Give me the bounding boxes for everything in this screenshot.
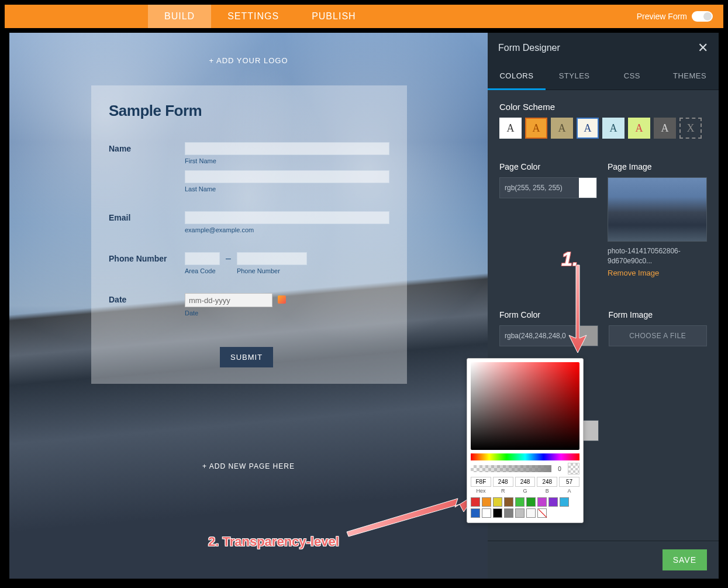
color-picker: 0 Hex R G B A [467,358,584,523]
palette-chip[interactable] [471,497,480,507]
scheme-swatch-2[interactable]: A [525,118,547,139]
preview-form: Preview Form [637,11,713,22]
scheme-swatches: A A A A A A A X [499,118,707,139]
page-color-input[interactable] [499,177,597,198]
input-last-name[interactable] [185,170,389,183]
sub-last-name: Last Name [185,185,389,192]
palette-chip[interactable] [471,508,480,518]
tab-css[interactable]: CSS [603,63,661,90]
scheme-swatch-6[interactable]: A [628,118,650,139]
label-date: Date [109,293,185,322]
save-bar: SAVE [488,541,719,579]
palette-chip[interactable] [526,508,536,518]
remove-image-link[interactable]: Remove Image [608,269,659,277]
hex-input[interactable] [471,477,491,487]
scheme-swatch-3[interactable]: A [551,118,573,139]
palette-chip[interactable] [515,497,525,507]
b-label: B [537,488,557,494]
palette-chip[interactable] [493,497,502,507]
tab-themes[interactable]: THEMES [661,63,719,90]
palette-chip[interactable] [504,508,513,518]
page-color-value[interactable] [500,178,579,198]
alpha-slider[interactable] [471,465,551,472]
tab-colors[interactable]: COLORS [488,63,546,90]
tab-styles[interactable]: STYLES [546,63,603,90]
phone-dash: – [226,252,231,264]
form-title: Sample Form [109,102,389,120]
palette-chip[interactable] [504,497,513,507]
sub-email: example@example.com [185,226,389,233]
save-button[interactable]: SAVE [663,549,707,570]
page-image-filename: photo-1414170562806-9d670e90c0... [608,246,707,266]
label-phone: Phone Number [109,252,185,280]
palette-chip-none[interactable] [537,508,547,518]
input-phone-number[interactable] [237,252,307,265]
preview-toggle[interactable] [692,11,713,22]
arrow-2-icon [344,490,478,542]
calendar-icon[interactable] [278,295,286,304]
annotation-1: 1. [561,247,578,270]
palette-chip[interactable] [493,508,502,518]
field-date: Date mm-dd-yyyy Date [109,293,389,322]
scheme-swatch-5[interactable]: A [602,118,625,139]
field-phone: Phone Number Area Code – Phone Number [109,252,389,280]
field-email: Email example@example.com [109,211,389,239]
tab-build[interactable]: BUILD [148,5,211,28]
palette-chip[interactable] [482,497,491,507]
page-image-thumb[interactable] [608,177,707,242]
label-email: Email [109,211,185,239]
g-label: G [515,488,536,494]
designer-tabs: COLORS STYLES CSS THEMES [488,63,719,90]
field-name: Name First Name Last Name [109,142,389,198]
sv-canvas[interactable] [471,362,579,450]
annotation-2: 2. Transparency-level [208,534,339,549]
sub-first-name: First Name [185,157,389,164]
add-page-button[interactable]: + ADD NEW PAGE HERE [202,462,295,470]
palette-chip[interactable] [537,497,547,507]
palette-chip[interactable] [526,497,536,507]
label-name: Name [109,142,185,198]
palette-chip[interactable] [548,497,558,507]
input-area-code[interactable] [185,252,220,265]
picker-palette [471,497,579,518]
b-input[interactable] [537,477,557,487]
scheme-swatch-custom[interactable]: X [679,118,702,139]
a-label: A [559,488,579,494]
add-logo-button[interactable]: + ADD YOUR LOGO [209,56,288,65]
palette-chip[interactable] [515,508,525,518]
page-color-chip[interactable] [579,178,596,198]
top-bar: BUILD SETTINGS PUBLISH Preview Form [5,5,723,28]
close-icon[interactable]: ✕ [698,40,708,56]
hue-slider[interactable] [471,453,579,460]
page-image-label: Page Image [608,162,707,171]
r-label: R [493,488,513,494]
input-email[interactable] [185,211,389,224]
panel-title: Form Designer [498,43,560,53]
scheme-swatch-7[interactable]: A [654,118,676,139]
input-first-name[interactable] [185,142,389,155]
choose-file-button[interactable]: CHOOSE A FILE [609,325,708,346]
hex-label: Hex [471,488,491,494]
page-color-label: Page Color [499,162,597,171]
form-card: Sample Form Name First Name Last Name Em… [91,85,407,384]
preview-label: Preview Form [637,12,687,21]
palette-chip[interactable] [560,497,569,507]
submit-button[interactable]: SUBMIT [220,347,273,367]
r-input[interactable] [493,477,513,487]
a-input[interactable] [559,477,579,487]
scheme-swatch-4[interactable]: A [577,118,599,139]
form-image-label: Form Image [609,310,708,319]
sub-date: Date [185,310,389,317]
arrow-1-icon [563,262,592,356]
input-date[interactable]: mm-dd-yyyy [185,293,272,307]
g-input[interactable] [515,477,536,487]
tab-settings[interactable]: SETTINGS [211,5,295,28]
alpha-readout: 0 [554,466,565,472]
picker-preview-swatch [568,463,579,474]
panel-header: Form Designer ✕ [488,33,719,63]
scheme-swatch-1[interactable]: A [499,118,522,139]
palette-chip[interactable] [482,508,491,518]
tab-publish[interactable]: PUBLISH [295,5,372,28]
sub-phone-number: Phone Number [237,267,307,274]
color-scheme-label: Color Scheme [499,102,707,112]
